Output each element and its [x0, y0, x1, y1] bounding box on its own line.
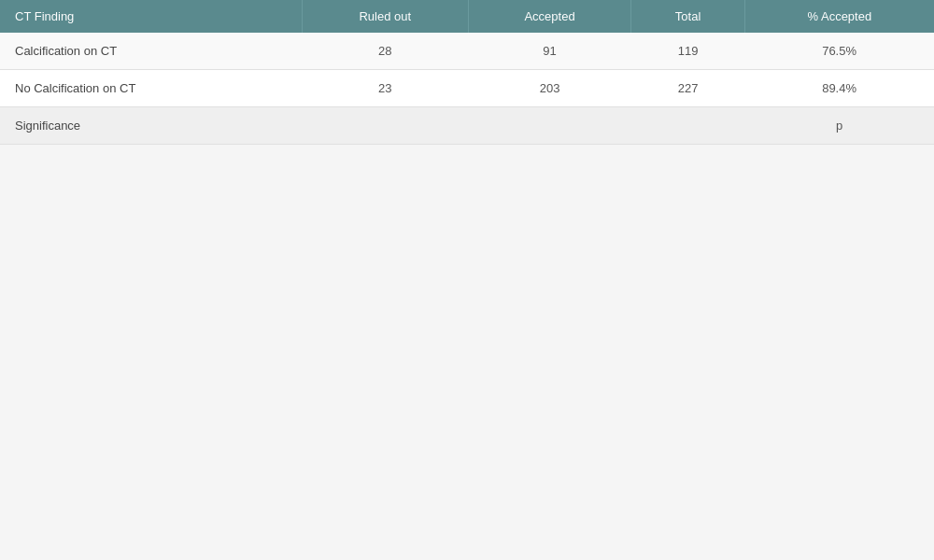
header-ct-finding: CT Finding	[0, 0, 302, 33]
header-accepted: Accepted	[468, 0, 631, 33]
cell-significance-total	[631, 107, 744, 145]
table-row-significance: Significance p	[0, 107, 934, 145]
cell-ruled-out-1: 28	[302, 33, 468, 70]
cell-accepted-2: 203	[468, 70, 631, 107]
cell-significance-p: p	[744, 107, 934, 145]
cell-ct-finding-2: No Calcification on CT	[0, 70, 302, 107]
cell-significance-label: Significance	[0, 107, 302, 145]
table-row: No Calcification on CT 23 203 227 89.4%	[0, 70, 934, 107]
cell-pct-1: 76.5%	[744, 33, 934, 70]
header-pct-accepted: % Accepted	[744, 0, 934, 33]
header-ruled-out: Ruled out	[302, 0, 468, 33]
cell-significance-ruled-out	[302, 107, 468, 145]
table-row: Calcification on CT 28 91 119 76.5%	[0, 33, 934, 70]
header-total: Total	[631, 0, 744, 33]
cell-accepted-1: 91	[468, 33, 631, 70]
table-container: CT Finding Ruled out Accepted Total % Ac…	[0, 0, 934, 145]
cell-significance-accepted	[468, 107, 631, 145]
cell-total-1: 119	[631, 33, 744, 70]
cell-ct-finding-1: Calcification on CT	[0, 33, 302, 70]
cell-pct-2: 89.4%	[744, 70, 934, 107]
table-header-row: CT Finding Ruled out Accepted Total % Ac…	[0, 0, 934, 33]
ct-findings-table: CT Finding Ruled out Accepted Total % Ac…	[0, 0, 934, 145]
cell-total-2: 227	[631, 70, 744, 107]
cell-ruled-out-2: 23	[302, 70, 468, 107]
